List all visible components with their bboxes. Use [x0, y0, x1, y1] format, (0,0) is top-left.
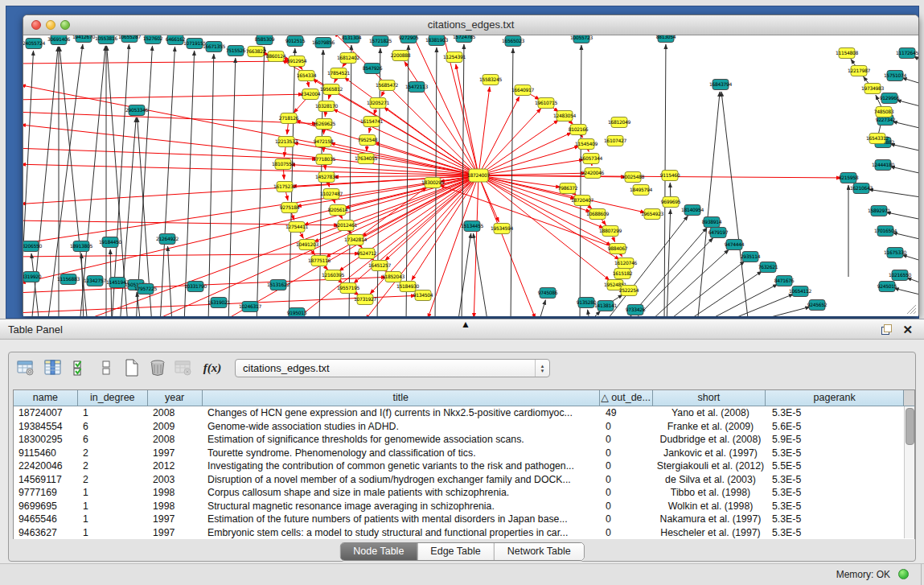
- column-header-title[interactable]: title: [203, 390, 600, 406]
- network-node[interactable]: 9474444: [725, 240, 745, 250]
- column-header-indegree[interactable]: in_degree: [78, 390, 148, 406]
- network-node[interactable]: 14527831: [315, 172, 339, 183]
- network-node[interactable]: 9115460: [660, 171, 680, 181]
- network-edge[interactable]: [23, 61, 290, 64]
- network-node[interactable]: 9129966: [880, 93, 900, 104]
- network-edge[interactable]: [136, 46, 152, 316]
- network-node[interactable]: 17016504: [874, 226, 897, 237]
- network-node[interactable]: 9135280: [577, 298, 597, 308]
- table-selector-dropdown[interactable]: citations_edges.txt ▲▼: [235, 359, 550, 377]
- network-node[interactable]: 14138141: [594, 301, 618, 311]
- network-node[interactable]: 11172645: [896, 48, 918, 59]
- network-node[interactable]: 9012515: [285, 36, 306, 47]
- network-edge[interactable]: [257, 47, 265, 316]
- table-row[interactable]: 946554611997Estimation of the future num…: [14, 513, 914, 526]
- network-edge[interactable]: [893, 233, 918, 241]
- network-node[interactable]: 3319920: [23, 272, 42, 282]
- network-node[interactable]: 17634055: [355, 154, 378, 164]
- network-node[interactable]: 8547926: [363, 64, 383, 74]
- network-node[interactable]: 8215958: [839, 173, 859, 183]
- network-node[interactable]: 1654334: [297, 71, 317, 81]
- tab-edge-table[interactable]: Edge Table: [417, 543, 494, 560]
- network-edge[interactable]: [890, 144, 918, 152]
- network-node[interactable]: 16812402: [337, 53, 360, 64]
- table-row[interactable]: 2242004622012Investigating the contribut…: [14, 459, 914, 473]
- network-node[interactable]: 12217987: [848, 66, 871, 76]
- network-edge[interactable]: [886, 212, 918, 220]
- network-edge[interactable]: [478, 120, 559, 175]
- network-node[interactable]: 16843794: [709, 80, 733, 90]
- network-node[interactable]: 12444180: [872, 160, 895, 171]
- network-node[interactable]: 15583245: [479, 75, 503, 85]
- network-edge[interactable]: [708, 294, 794, 316]
- network-node[interactable]: 16640917: [511, 85, 535, 96]
- network-node[interactable]: 8471676: [774, 276, 795, 286]
- table-row[interactable]: 1938455462009Genome-wide association stu…: [14, 420, 914, 434]
- network-node[interactable]: 16671355: [203, 42, 226, 52]
- network-node[interactable]: 10025488: [622, 172, 645, 183]
- network-node[interactable]: 16175232: [273, 182, 297, 192]
- network-node[interactable]: 9884067: [608, 244, 628, 254]
- network-edge[interactable]: [902, 255, 918, 262]
- float-panel-icon[interactable]: [881, 324, 892, 335]
- network-edge[interactable]: [725, 307, 810, 316]
- network-node[interactable]: 23206550: [23, 241, 43, 252]
- network-node[interactable]: 10688609: [586, 209, 610, 220]
- network-edge[interactable]: [23, 253, 359, 257]
- network-node[interactable]: 1615182: [613, 269, 633, 279]
- network-node[interactable]: 15685472: [376, 80, 399, 91]
- column-header-pagerank[interactable]: pagerank: [766, 390, 904, 406]
- network-edge[interactable]: [23, 94, 303, 100]
- network-node[interactable]: 15472113: [405, 82, 429, 93]
- network-node[interactable]: 16812049: [608, 117, 631, 128]
- network-node[interactable]: 9699695: [661, 197, 681, 208]
- network-node[interactable]: 17854521: [327, 68, 351, 79]
- network-node[interactable]: 18913805: [70, 241, 93, 252]
- network-node[interactable]: 7485083: [874, 107, 894, 117]
- network-node[interactable]: 11027487: [320, 189, 343, 200]
- network-node[interactable]: 9275184: [280, 203, 300, 213]
- network-edge[interactable]: [619, 228, 707, 316]
- network-node[interactable]: 10216550: [889, 270, 912, 281]
- network-node[interactable]: 29053346: [125, 105, 149, 116]
- network-node[interactable]: 15751074: [884, 71, 907, 81]
- network-node[interactable]: 17718035: [313, 154, 336, 165]
- network-edge[interactable]: [538, 300, 545, 316]
- network-node[interactable]: 7663822: [246, 47, 266, 57]
- network-node[interactable]: 16120746: [614, 258, 638, 269]
- network-edge[interactable]: [893, 122, 918, 130]
- tab-network-table[interactable]: Network Table: [495, 543, 584, 560]
- network-node[interactable]: 18775116: [308, 256, 331, 266]
- network-node[interactable]: 8860124: [266, 51, 286, 62]
- network-node[interactable]: 19184450: [99, 237, 122, 248]
- network-node[interactable]: 11675330: [884, 248, 907, 258]
- checklist-button[interactable]: [70, 357, 91, 378]
- network-node[interactable]: 8585309: [255, 35, 275, 45]
- memory-ok-icon[interactable]: [898, 569, 909, 579]
- network-edge[interactable]: [890, 167, 918, 175]
- network-node[interactable]: 15721825: [369, 36, 392, 47]
- network-edge[interactable]: [642, 249, 729, 316]
- network-node[interactable]: 7632621: [758, 262, 778, 273]
- network-edge[interactable]: [304, 175, 478, 225]
- network-node[interactable]: 18381903: [425, 35, 449, 46]
- network-node[interactable]: 8131304: [342, 35, 362, 43]
- network-node[interactable]: 11154808: [836, 48, 859, 59]
- network-node[interactable]: 12012461: [335, 220, 358, 231]
- network-node[interactable]: 9733426: [626, 305, 646, 315]
- network-node[interactable]: 13205271: [367, 98, 390, 109]
- network-node[interactable]: 17342814: [344, 235, 368, 245]
- network-node[interactable]: 9245652: [807, 300, 827, 311]
- network-edge[interactable]: [23, 148, 317, 159]
- network-node[interactable]: 16565023: [502, 36, 525, 47]
- network-node[interactable]: 8102166: [569, 125, 589, 135]
- network-node[interactable]: 7952548: [358, 135, 378, 146]
- network-node[interactable]: 18807299: [599, 226, 622, 237]
- network-edge[interactable]: [184, 51, 195, 316]
- network-node[interactable]: 18720407: [571, 196, 594, 206]
- minimize-window-button[interactable]: [46, 20, 55, 30]
- network-node[interactable]: 18495794: [630, 185, 653, 196]
- network-node[interactable]: 12160395: [322, 270, 345, 281]
- network-edge[interactable]: [208, 54, 214, 316]
- network-node[interactable]: 16154741: [360, 117, 384, 127]
